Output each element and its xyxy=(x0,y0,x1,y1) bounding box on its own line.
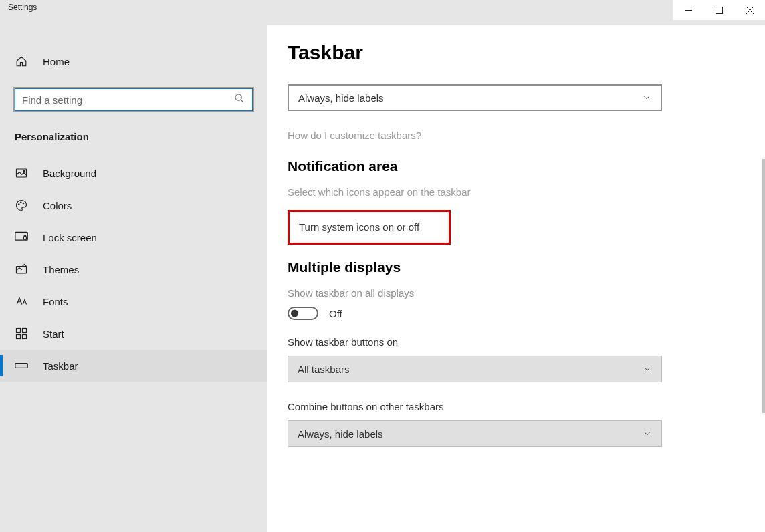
window-title: Settings xyxy=(0,0,45,15)
combine-dropdown[interactable]: Always, hide labels xyxy=(288,420,662,447)
scrollbar[interactable] xyxy=(762,159,765,413)
themes-icon xyxy=(15,263,28,276)
sidebar: Home Personalization Background C xyxy=(0,25,267,532)
close-icon xyxy=(746,7,754,14)
svg-rect-10 xyxy=(17,329,21,333)
svg-rect-0 xyxy=(716,7,722,13)
content-area: Taskbar Always, hide labels How do I cus… xyxy=(267,25,765,532)
svg-rect-12 xyxy=(17,335,21,339)
show-all-toggle[interactable] xyxy=(288,307,318,320)
nav-item-label: Fonts xyxy=(43,296,68,307)
nav-themes[interactable]: Themes xyxy=(0,253,267,285)
svg-rect-8 xyxy=(23,237,26,239)
nav-item-label: Themes xyxy=(43,264,79,275)
titlebar: Settings xyxy=(0,0,765,25)
section-label: Personalization xyxy=(0,124,267,157)
notification-area-heading: Notification area xyxy=(288,158,765,174)
system-icons-link[interactable]: Turn system icons on or off xyxy=(299,221,419,233)
nav-lock-screen[interactable]: Lock screen xyxy=(0,221,267,253)
show-buttons-label: Show taskbar buttons on xyxy=(288,336,765,348)
nav-start[interactable]: Start xyxy=(0,317,267,350)
search-input[interactable] xyxy=(22,94,225,106)
minimize-button[interactable] xyxy=(673,0,703,20)
help-link[interactable]: How do I customize taskbars? xyxy=(288,130,765,141)
svg-rect-11 xyxy=(23,329,27,333)
svg-point-5 xyxy=(21,202,22,203)
nav-home[interactable]: Home xyxy=(0,45,267,82)
nav-colors[interactable]: Colors xyxy=(0,189,267,221)
dropdown-value: Always, hide labels xyxy=(298,428,383,440)
dropdown-value: All taskbars xyxy=(298,364,350,375)
multiple-displays-heading: Multiple displays xyxy=(288,259,765,275)
highlighted-link-box: Turn system icons on or off xyxy=(288,210,451,245)
dropdown-value: Always, hide labels xyxy=(298,92,384,104)
palette-icon xyxy=(15,198,28,212)
lock-screen-icon xyxy=(15,231,28,244)
taskbar-icon xyxy=(15,359,28,372)
fonts-icon xyxy=(15,295,28,308)
nav-item-label: Taskbar xyxy=(43,360,78,372)
nav-background[interactable]: Background xyxy=(0,157,267,189)
svg-rect-13 xyxy=(23,335,27,339)
minimize-icon xyxy=(685,7,692,14)
maximize-button[interactable] xyxy=(703,0,734,20)
select-icons-link[interactable]: Select which icons appear on the taskbar xyxy=(288,186,765,198)
chevron-down-icon xyxy=(643,429,652,438)
image-icon xyxy=(15,166,28,180)
nav-home-label: Home xyxy=(43,56,70,68)
show-all-toggle-row: Off xyxy=(288,307,765,320)
combine-label: Combine buttons on other taskbars xyxy=(288,401,765,412)
show-all-displays-label: Show taskbar on all displays xyxy=(288,287,765,299)
nav-item-label: Colors xyxy=(43,200,72,211)
nav-item-label: Start xyxy=(43,328,64,340)
start-icon xyxy=(15,327,28,340)
svg-point-6 xyxy=(23,203,24,204)
chevron-down-icon xyxy=(642,93,651,102)
svg-rect-14 xyxy=(15,364,27,368)
search-box[interactable] xyxy=(13,87,254,112)
search-icon xyxy=(234,93,245,106)
combine-buttons-dropdown-main[interactable]: Always, hide labels xyxy=(288,84,662,111)
svg-point-1 xyxy=(235,94,241,100)
nav-item-label: Background xyxy=(43,168,96,179)
svg-point-4 xyxy=(19,204,20,205)
page-title: Taskbar xyxy=(288,41,765,64)
svg-point-3 xyxy=(23,170,25,172)
nav-taskbar[interactable]: Taskbar xyxy=(0,350,267,382)
chevron-down-icon xyxy=(643,364,652,374)
close-button[interactable] xyxy=(734,0,765,20)
show-buttons-dropdown[interactable]: All taskbars xyxy=(288,356,662,382)
toggle-state-label: Off xyxy=(329,308,342,319)
home-icon xyxy=(15,55,28,68)
nav-item-label: Lock screen xyxy=(43,232,97,243)
nav-fonts[interactable]: Fonts xyxy=(0,285,267,317)
search-wrap xyxy=(13,87,254,112)
maximize-icon xyxy=(716,7,723,14)
